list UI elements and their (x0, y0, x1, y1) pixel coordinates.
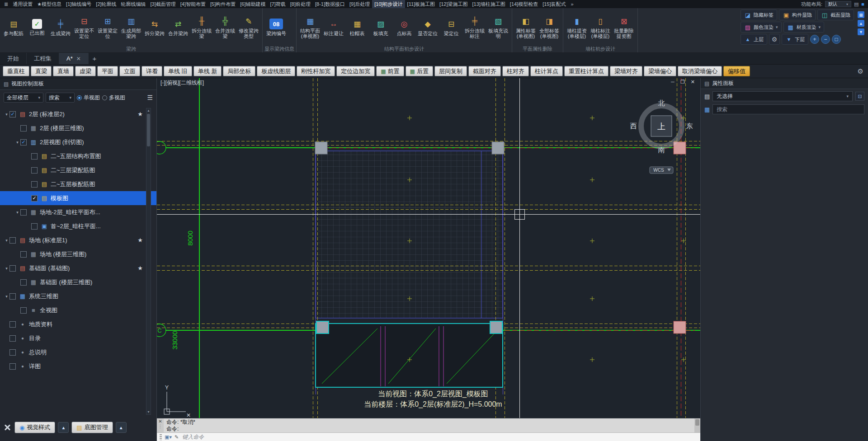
column[interactable] (315, 142, 327, 154)
expand-caret-icon[interactable] (14, 140, 20, 145)
menu-item[interactable]: [11]板施工图 (405, 0, 438, 8)
drawing-canvas[interactable]: [-][俯视][二维线框] (157, 78, 700, 418)
expand-selector-icon[interactable] (855, 92, 864, 101)
tree-row[interactable]: 地质资料 (0, 317, 156, 331)
menu-item[interactable]: [8]前处理 (288, 0, 313, 8)
toolbar-button[interactable]: 柱对齐 (502, 66, 529, 76)
ribbon-button[interactable]: 参与配筋 (2, 18, 25, 37)
ribbon-button[interactable]: 生成局部梁跨 (119, 15, 143, 40)
tree-row[interactable]: 系统三维图 (0, 289, 156, 303)
list-menu-icon[interactable] (147, 94, 153, 101)
panel-shortcut-1-icon[interactable]: ▦ (858, 11, 864, 18)
ribbon-button[interactable]: 合并梁跨 (166, 18, 190, 37)
column-selected[interactable] (316, 321, 329, 333)
visibility-checkbox[interactable] (9, 293, 16, 300)
drag-grip-icon[interactable] (160, 434, 162, 440)
visibility-checkbox[interactable] (9, 237, 16, 244)
menu-item[interactable]: [4]智能布置 (178, 0, 208, 8)
property-search-input[interactable] (712, 104, 864, 114)
tree-row[interactable]: 2层视图 (剖切图) (0, 135, 156, 149)
toolbar-button[interactable]: 梁墙对齐 (610, 66, 642, 76)
base-map-up-icon[interactable] (116, 422, 127, 433)
expand-caret-icon[interactable] (4, 238, 9, 243)
slab-hatch[interactable] (316, 151, 503, 318)
compass-north-label[interactable]: 北 (658, 99, 665, 107)
favorite-star-icon[interactable] (137, 237, 143, 244)
tree-scrollbar[interactable]: ▲ ▼ (146, 108, 151, 415)
visibility-checkbox[interactable] (9, 265, 16, 272)
toolbar-button[interactable]: 刚性杆加宽 (297, 66, 335, 76)
document-tab[interactable]: A* (59, 53, 89, 64)
visibility-checkbox[interactable] (20, 125, 27, 131)
floor-settings-gear-icon[interactable] (769, 34, 780, 45)
favorite-star-icon[interactable] (137, 111, 143, 117)
ribbon-button[interactable]: 设置梁不定位 (72, 15, 96, 40)
restore-icon[interactable] (680, 79, 685, 85)
tree-row[interactable]: 详图 (0, 359, 156, 373)
ribbon-button[interactable]: 标注避让 (322, 18, 345, 37)
ribbon-button[interactable]: 全部标签(单视图) (538, 15, 561, 40)
panel-shortcut-2-icon[interactable]: ▲ (858, 20, 864, 27)
ribbon-button[interactable]: 设置梁定位 (96, 15, 119, 40)
visibility-checkbox[interactable] (20, 209, 27, 216)
menu-item[interactable]: [10]初步设计 (372, 0, 405, 8)
layout-grid-icon[interactable] (854, 1, 859, 7)
tree-row[interactable]: 场地-2层_暗柱平面布... (0, 205, 156, 219)
toolbar-button[interactable]: 偏移值 (723, 66, 750, 76)
ribbon-button[interactable]: 已出图 (25, 18, 49, 37)
wcs-selector[interactable]: WCS (650, 167, 673, 174)
visibility-checkbox[interactable] (20, 139, 27, 145)
visibility-checkbox[interactable] (31, 167, 38, 174)
menu-item[interactable]: [6]辅助建模 (238, 0, 268, 8)
lower-floor-button[interactable]: 下层 (782, 34, 808, 45)
tree-row[interactable]: 全视图 (0, 303, 156, 317)
command-scrollbar[interactable] (694, 418, 700, 432)
ribbon-button[interactable]: 结构平面(单视图) (298, 15, 322, 40)
toolbar-button[interactable]: 单线 新 (193, 66, 222, 76)
visibility-checkbox[interactable] (31, 153, 38, 160)
toolbar-button[interactable]: 取消梁墙偏心 (678, 66, 722, 76)
tree-row[interactable]: 二~三层梁配筋图 (0, 163, 156, 177)
menu-item[interactable]: [13]墙柱施工图 (470, 0, 507, 8)
ribbon-button[interactable]: 08 梁跨编号 (264, 18, 288, 37)
menu-item[interactable]: [15]装配式 (540, 0, 568, 8)
ribbon-toggle-button[interactable]: 截面显隐 (817, 9, 854, 20)
expand-caret-icon[interactable] (4, 266, 9, 271)
toolbar-button[interactable]: 直墙 (53, 66, 74, 76)
command-close-icon[interactable] (157, 418, 164, 432)
render-dropdown-button[interactable]: 材质渲染 (783, 22, 825, 33)
tree-row[interactable]: 2层 (楼层三维图) (0, 121, 156, 135)
visibility-checkbox[interactable] (20, 307, 27, 314)
ribbon-toggle-button[interactable]: 构件显隐 (779, 9, 816, 20)
menu-item[interactable]: [2]轮廓线 (94, 0, 118, 8)
panel-shortcut-3-icon[interactable]: ▼ (858, 28, 864, 35)
menu-item[interactable]: 通用设置 (10, 0, 35, 8)
scroll-down-icon[interactable]: ▼ (147, 410, 150, 414)
floor-filter-select[interactable]: 全部楼层 (4, 93, 43, 103)
layout-select[interactable]: 默认 (825, 1, 851, 7)
toolbar-button[interactable]: 层间复制 (434, 66, 467, 76)
ribbon-button[interactable]: 梁定位 (439, 18, 463, 37)
visibility-checkbox[interactable] (31, 195, 38, 202)
ribbon-button[interactable]: 柱帽表 (345, 18, 369, 37)
visibility-checkbox[interactable] (20, 251, 27, 258)
visibility-checkbox[interactable] (9, 111, 16, 117)
compass-west-label[interactable]: 西 (630, 122, 637, 130)
tab-close-icon[interactable] (76, 56, 81, 62)
visibility-checkbox[interactable] (20, 279, 27, 286)
ribbon-button[interactable]: 属性标签(单视图) (514, 15, 538, 40)
compass-south-label[interactable]: 南 (658, 146, 665, 154)
close-icon[interactable] (691, 79, 695, 85)
zoom-in-icon[interactable]: + (810, 35, 819, 44)
toolbar-button[interactable]: 平面 (97, 66, 118, 76)
toolbar-button[interactable]: 定位边加宽 (336, 66, 375, 76)
toolbar-button[interactable]: 直梁 (31, 66, 52, 76)
column-highlighted[interactable] (674, 321, 686, 333)
tree-row[interactable]: 首~2层_暗柱平面... (0, 219, 156, 233)
menu-item[interactable]: [9]后处理 (347, 0, 372, 8)
scroll-thumb[interactable] (147, 114, 150, 146)
zoom-extents-icon[interactable]: □ (832, 35, 841, 44)
compass-top-label[interactable]: 上 (657, 122, 665, 131)
menu-item[interactable]: [12]梁施工图 (437, 0, 470, 8)
favorite-star-icon[interactable] (137, 265, 143, 272)
